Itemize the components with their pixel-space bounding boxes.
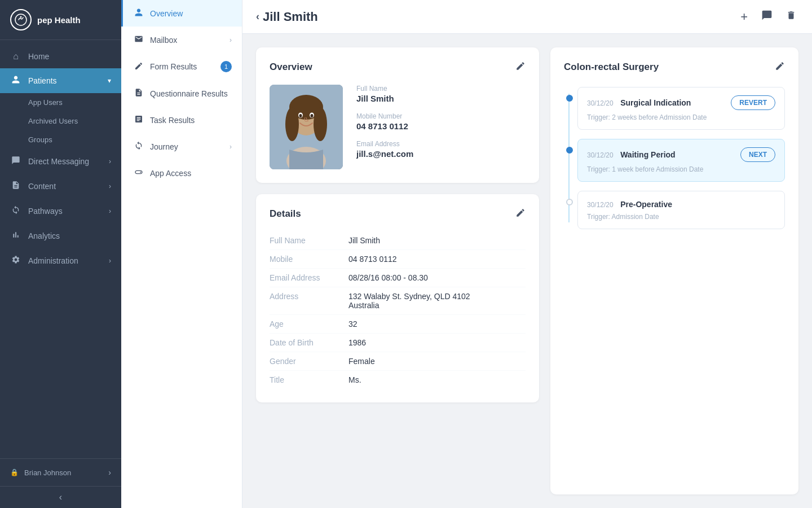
pathway-card: Colon-rectal Surgery 30/12/20 <box>550 47 798 494</box>
overview-card: Overview <box>256 47 539 183</box>
svg-point-0 <box>15 14 27 25</box>
sec-nav-mailbox-label: Mailbox <box>150 36 177 45</box>
details-row-title: Title Ms. <box>270 371 526 389</box>
timeline-dot-2 <box>566 147 573 154</box>
current-user-name: Brian Johnson <box>24 468 103 477</box>
details-key-email: Email Address <box>270 273 348 282</box>
details-val-gender: Female <box>348 357 375 366</box>
form-results-icon <box>133 62 144 72</box>
sidebar-item-analytics[interactable]: Analytics <box>0 224 121 248</box>
details-edit-button[interactable] <box>515 208 526 220</box>
timeline-date-1: 30/12/20 <box>587 99 614 107</box>
details-row-fullname: Full Name Jill Smith <box>270 231 526 250</box>
patient-full-name: Jill Smith <box>356 94 526 103</box>
timeline-2-title-group: 30/12/20 Waiting Period <box>587 150 676 160</box>
sidebar-item-pathways[interactable]: Pathways › <box>0 199 121 224</box>
details-row-age: Age 32 <box>270 315 526 334</box>
svg-point-1 <box>20 16 22 18</box>
home-icon: ⌂ <box>10 51 21 62</box>
timeline-content-3-header: 30/12/20 Pre-Operative <box>587 199 775 209</box>
timeline-step-name-2: Waiting Period <box>620 150 675 159</box>
svg-point-6 <box>314 107 327 141</box>
timeline-trigger-1: Trigger: 2 weeks before Admission Date <box>587 113 775 121</box>
sidebar: pep Health ⌂ Home Patients ▾ App Users A… <box>0 0 121 508</box>
mobile-label: Mobile Number <box>356 112 526 120</box>
email-label: Email Address <box>356 140 526 148</box>
sidebar-item-patients[interactable]: Patients ▾ <box>0 68 121 93</box>
footer-arrow-icon: › <box>108 468 111 477</box>
sec-nav-overview-label: Overview <box>150 9 183 18</box>
details-card-header: Details <box>270 208 526 220</box>
sidebar-footer[interactable]: 🔒 Brian Johnson › <box>0 458 121 486</box>
timeline-content-1: 30/12/20 Surgical Indication REVERT Trig… <box>577 87 785 130</box>
overview-icon <box>133 8 144 19</box>
timeline-date-2: 30/12/20 <box>587 151 614 159</box>
details-key-mobile: Mobile <box>270 255 348 264</box>
sidebar-collapse-button[interactable]: ‹ <box>0 486 121 508</box>
delete-button[interactable] <box>784 8 798 25</box>
pathway-card-title: Colon-rectal Surgery <box>564 62 659 73</box>
sidebar-item-analytics-label: Analytics <box>28 231 60 240</box>
direct-messaging-icon <box>10 156 21 167</box>
details-val-fullname: Jill Smith <box>348 236 380 245</box>
administration-icon <box>10 255 21 266</box>
sec-nav-mailbox[interactable]: Mailbox › <box>121 27 242 53</box>
direct-messaging-arrow-icon: › <box>109 157 111 165</box>
timeline-item-waiting-period: 30/12/20 Waiting Period NEXT Trigger: 1 … <box>577 139 785 182</box>
app-name: pep Health <box>37 15 81 25</box>
timeline-item-pre-operative: 30/12/20 Pre-Operative Trigger: Admissio… <box>577 191 785 229</box>
add-button[interactable]: + <box>738 7 750 27</box>
logo-icon <box>10 9 32 30</box>
sec-nav-app-access[interactable]: App Access <box>121 160 242 186</box>
svg-point-10 <box>311 114 314 117</box>
sec-nav-journey[interactable]: Journey › <box>121 133 242 160</box>
sec-nav-task-results[interactable]: Task Results <box>121 107 242 133</box>
sidebar-item-app-users[interactable]: App Users <box>28 93 121 112</box>
overview-card-header: Overview <box>270 61 526 73</box>
overview-content: Full Name Jill Smith Mobile Number 04 87… <box>270 85 526 169</box>
svg-point-5 <box>285 107 299 141</box>
details-row-address: Address 132 Walaby St. Sydney, QLD 4102A… <box>270 287 526 315</box>
journey-icon <box>133 141 144 152</box>
pathway-timeline: 30/12/20 Surgical Indication REVERT Trig… <box>564 87 785 229</box>
sec-nav-task-results-label: Task Results <box>150 116 195 125</box>
details-table: Full Name Jill Smith Mobile 04 8713 0112… <box>270 231 526 389</box>
timeline-content-2-header: 30/12/20 Waiting Period NEXT <box>587 147 775 162</box>
left-panel: Overview <box>256 47 539 494</box>
sidebar-item-direct-messaging-label: Direct Messaging <box>28 157 89 166</box>
timeline-content-2: 30/12/20 Waiting Period NEXT Trigger: 1 … <box>577 139 785 182</box>
timeline-trigger-3: Trigger: Admission Date <box>587 213 775 221</box>
content-arrow-icon: › <box>109 182 111 190</box>
pathway-edit-button[interactable] <box>775 61 785 73</box>
overview-edit-button[interactable] <box>515 61 526 73</box>
sidebar-item-groups[interactable]: Groups <box>28 130 121 149</box>
details-row-email: Email Address 08/28/16 08:00 - 08.30 <box>270 269 526 287</box>
revert-button[interactable]: REVERT <box>731 95 775 110</box>
sidebar-item-content[interactable]: Content › <box>0 174 121 199</box>
message-button[interactable] <box>759 7 775 26</box>
timeline-item-surgical-indication: 30/12/20 Surgical Indication REVERT Trig… <box>577 87 785 130</box>
patient-mobile: 04 8713 0112 <box>356 121 526 131</box>
sec-nav-overview[interactable]: Overview <box>121 0 242 27</box>
content-area: Overview <box>242 34 812 508</box>
pathway-card-header: Colon-rectal Surgery <box>564 61 785 73</box>
timeline-step-name-1: Surgical Indication <box>620 98 691 107</box>
patients-submenu: App Users Archived Users Groups <box>0 93 121 149</box>
next-button[interactable]: NEXT <box>740 147 775 162</box>
sec-nav-questionnaire-results[interactable]: Questionnaire Results <box>121 80 242 107</box>
sec-nav-form-results-label: Form Results <box>150 62 197 71</box>
sidebar-item-administration[interactable]: Administration › <box>0 248 121 273</box>
details-row-mobile: Mobile 04 8713 0112 <box>270 250 526 269</box>
details-key-fullname: Full Name <box>270 236 348 245</box>
sidebar-item-home[interactable]: ⌂ Home <box>0 45 121 68</box>
sec-nav-form-results[interactable]: Form Results 1 <box>121 53 242 80</box>
sidebar-item-direct-messaging[interactable]: Direct Messaging › <box>0 149 121 174</box>
back-button[interactable]: ‹ Jill Smith <box>256 10 318 24</box>
timeline-content-3: 30/12/20 Pre-Operative Trigger: Admissio… <box>577 191 785 229</box>
form-results-badge: 1 <box>220 61 232 72</box>
sec-nav-app-access-label: App Access <box>150 169 191 178</box>
sidebar-item-archived-users[interactable]: Archived Users <box>28 112 121 130</box>
svg-point-9 <box>299 114 302 117</box>
content-icon <box>10 181 21 192</box>
details-row-dob: Date of Birth 1986 <box>270 334 526 352</box>
